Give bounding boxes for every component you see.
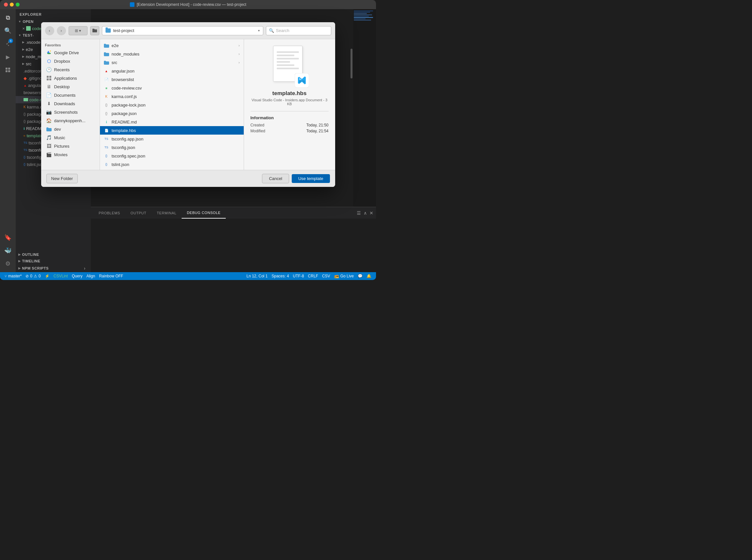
location-bar[interactable]: test-project ▾ (102, 26, 263, 35)
file-code-review-label: code-review.csv (112, 86, 142, 91)
align-status[interactable]: Align (84, 272, 97, 280)
position-status[interactable]: Ln 12, Col 1 (245, 272, 270, 280)
fav-screenshots[interactable]: 📷 Screenshots (41, 108, 100, 116)
file-package-lock-label: package-lock.json (112, 103, 146, 107)
file-icon-pkg: {} (104, 111, 109, 116)
pictures-icon: 🖼 (46, 143, 52, 149)
feedback-status[interactable]: 💬 (356, 272, 365, 280)
forward-button[interactable]: › (57, 26, 66, 35)
file-tsconfig-spec[interactable]: {} tsconfig.spec.json (100, 152, 244, 160)
fav-movies[interactable]: 🎬 Movies (41, 150, 100, 159)
file-icon-browserslist: 📄 (104, 77, 109, 82)
close-button[interactable] (4, 3, 8, 6)
location-dropdown-icon: ▾ (258, 29, 260, 32)
file-e2e-label: e2e (112, 43, 119, 48)
toolbar-new-folder-button[interactable] (90, 26, 99, 35)
fav-dropbox[interactable]: ⬡ Dropbox (41, 57, 100, 65)
warning-icon: ⚠ (34, 274, 37, 278)
cancel-button[interactable]: Cancel (262, 174, 289, 183)
fav-home[interactable]: 🏠 dannykoppenh... (41, 116, 100, 125)
csvlint-label: CSVLint (54, 274, 68, 278)
fav-recents-label: Recents (54, 67, 70, 72)
file-angular-json[interactable]: ▲ angular.json (100, 67, 244, 75)
minimize-button[interactable] (10, 3, 14, 6)
file-browserslist[interactable]: 📄 browserslist (100, 75, 244, 84)
dialog-body: Favorites Google Drive ⬡ Dropbox 🕐 Recen… (41, 39, 335, 170)
fav-applications[interactable]: Applications (41, 74, 100, 82)
google-drive-icon (46, 50, 52, 55)
branch-status[interactable]: ⑂ master* (3, 272, 23, 280)
use-template-button[interactable]: Use template (292, 174, 330, 183)
fav-google-drive-label: Google Drive (54, 50, 79, 55)
file-tsconfig-app[interactable]: TS tsconfig.app.json (100, 135, 244, 143)
window-title: [Extension Development Host] - code-revi… (130, 2, 246, 7)
go-live-status[interactable]: 📻 Go Live (332, 272, 356, 280)
folder-arrow-src: › (239, 61, 240, 64)
query-label: Query (72, 274, 83, 278)
errors-status[interactable]: ⊘ 0 ⚠ 0 (23, 272, 42, 280)
dev-folder-icon (46, 126, 52, 132)
language-status[interactable]: CSV (320, 272, 332, 280)
svg-rect-5 (49, 76, 51, 78)
search-icon: 🔍 (269, 28, 274, 33)
file-icon-pkg-lock: {} (104, 102, 109, 107)
fav-pictures-label: Pictures (54, 144, 69, 149)
preview-line-2 (277, 55, 294, 56)
favorites-label: Favorites (41, 42, 100, 48)
file-e2e[interactable]: e2e › (100, 41, 244, 50)
encoding-status[interactable]: UTF-8 (291, 272, 306, 280)
fav-home-label: dannykoppenh... (54, 118, 86, 123)
fav-pictures[interactable]: 🖼 Pictures (41, 142, 100, 150)
documents-icon: 📄 (46, 93, 52, 98)
preview-line-6 (277, 68, 299, 69)
file-node-modules[interactable]: node_modules › (100, 50, 244, 58)
screenshots-icon: 📷 (46, 109, 52, 115)
file-tsconfig-app-label: tsconfig.app.json (112, 137, 144, 141)
rainbow-status[interactable]: Rainbow OFF (97, 272, 125, 280)
file-template-label: template.hbs (112, 128, 136, 133)
query-status[interactable]: Query (70, 272, 85, 280)
fav-recents[interactable]: 🕐 Recents (41, 65, 100, 74)
downloads-icon: ⬇ (46, 101, 52, 106)
location-folder-icon (105, 28, 111, 33)
folder-icon-node (104, 51, 109, 57)
fav-desktop[interactable]: 🖥 Desktop (41, 82, 100, 91)
line-ending-status[interactable]: CRLF (306, 272, 320, 280)
fav-movies-label: Movies (54, 152, 68, 157)
fav-google-drive[interactable]: Google Drive (41, 48, 100, 57)
bell-status[interactable]: 🔔 (365, 272, 373, 280)
fav-music[interactable]: 🎵 Music (41, 133, 100, 142)
file-readme[interactable]: ℹ README.md (100, 118, 244, 126)
error-icon: ⊘ (25, 274, 29, 278)
titlebar: [Extension Development Host] - code-revi… (0, 0, 376, 9)
csvlint-status[interactable]: CSVLint (52, 272, 70, 280)
file-karma[interactable]: K karma.conf.js (100, 92, 244, 101)
dialog-overlay: ‹ › ⊞ ▾ test-project ▾ 🔍 Search (0, 9, 376, 272)
file-code-review[interactable]: ■ code-review.csv (100, 84, 244, 92)
view-toggle-button[interactable]: ⊞ ▾ (68, 26, 87, 35)
fav-documents[interactable]: 📄 Documents (41, 91, 100, 99)
new-folder-button[interactable]: New Folder (46, 174, 78, 183)
fav-dev[interactable]: dev (41, 125, 100, 133)
error-count: 0 (30, 274, 32, 278)
file-package-lock[interactable]: {} package-lock.json (100, 101, 244, 109)
file-template[interactable]: 📄 template.hbs (100, 126, 244, 135)
file-browserslist-label: browserslist (112, 77, 134, 82)
spaces-status[interactable]: Spaces: 4 (269, 272, 291, 280)
file-tslint[interactable]: {} tslint.json (100, 160, 244, 168)
file-tsconfig[interactable]: TS tsconfig.json (100, 143, 244, 152)
fav-downloads-label: Downloads (54, 101, 75, 106)
fav-dropbox-label: Dropbox (54, 59, 70, 64)
back-button[interactable]: ‹ (45, 26, 54, 35)
maximize-button[interactable] (16, 3, 20, 6)
search-bar[interactable]: 🔍 Search (266, 26, 331, 35)
movies-icon: 🎬 (46, 152, 52, 157)
file-package[interactable]: {} package.json (100, 109, 244, 118)
fav-downloads[interactable]: ⬇ Downloads (41, 99, 100, 108)
location-text: test-project (113, 28, 134, 33)
file-src[interactable]: src › (100, 58, 244, 67)
file-icon-readme: ℹ (104, 119, 109, 124)
fav-applications-label: Applications (54, 76, 77, 81)
branch-icon: ⑂ (4, 274, 7, 278)
lightning-status[interactable]: ⚡ (43, 272, 52, 280)
